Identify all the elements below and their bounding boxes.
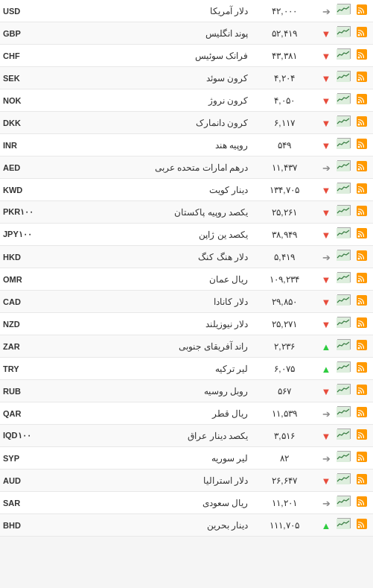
rss-icon[interactable] <box>354 139 370 152</box>
currency-name: دلار کانادا <box>44 297 251 307</box>
svg-rect-44 <box>337 317 350 328</box>
rss-icon[interactable] <box>354 519 370 532</box>
table-row[interactable]: ▼۳۸,۹۴۹یکصد ین ژاپنJPY۱۰۰ <box>0 224 373 246</box>
chart-icon[interactable] <box>334 317 354 331</box>
trend-arrow: ▼ <box>318 183 334 197</box>
chart-icon[interactable] <box>334 272 354 286</box>
table-row[interactable]: ▼۲۶,۶۴۷دلار استرالیاAUD <box>0 470 373 492</box>
currency-code: AUD <box>3 476 44 485</box>
table-row[interactable]: ▲۶,۰۷۵لیر ترکیهTRY <box>0 358 373 380</box>
table-row[interactable]: ➔۵,۴۱۹دلار هنگ کنگHKD <box>0 246 373 268</box>
arrow-down-icon: ▼ <box>322 95 331 107</box>
currency-code: PKR۱۰۰ <box>3 207 44 217</box>
svg-point-13 <box>358 101 360 103</box>
rss-icon[interactable] <box>354 407 370 420</box>
rss-icon[interactable] <box>354 72 370 85</box>
currency-value: ۶,۰۷۵ <box>251 364 318 374</box>
currency-name: فرانک سوئیس <box>44 51 251 61</box>
table-row[interactable]: ▼۴,۰۵۰کرون نروژNOK <box>0 89 373 112</box>
table-row[interactable]: ▼۶,۱۱۷کرون دانمارکDKK <box>0 112 373 134</box>
rss-icon[interactable] <box>354 250 370 264</box>
table-row[interactable]: ▼۲۹,۸۵۰دلار کاناداCAD <box>0 291 373 313</box>
chart-icon[interactable] <box>334 138 354 152</box>
chart-icon[interactable] <box>334 339 354 353</box>
arrow-up-icon: ▲ <box>322 341 331 353</box>
chart-icon[interactable] <box>334 473 354 487</box>
currency-value: ۵,۴۱۹ <box>251 252 318 262</box>
rss-icon[interactable] <box>354 183 370 197</box>
table-row[interactable]: ▲۲,۲۳۶راند آفریقای جنوبیZAR <box>0 335 373 358</box>
rss-icon[interactable] <box>354 474 370 487</box>
chart-icon[interactable] <box>334 26 354 40</box>
table-row[interactable]: ▼۵۲,۴۱۹پوند انگلیسGBP <box>0 22 373 45</box>
chart-icon[interactable] <box>334 429 354 443</box>
rss-icon[interactable] <box>354 273 370 286</box>
table-row[interactable]: ▼۳,۵۱۶یکصد دینار عراقIQD۱۰۰ <box>0 425 373 447</box>
table-row[interactable]: ▼۴۳,۳۸۱فرانک سوئیسCHF <box>0 45 373 67</box>
chart-icon[interactable] <box>334 294 354 309</box>
table-row[interactable]: ▼۵۶۷روبل روسیهRUB <box>0 380 373 402</box>
chart-icon[interactable] <box>334 361 354 376</box>
table-row[interactable]: ➔۴۲,۰۰۰دلار آمریکاUSD <box>0 0 373 22</box>
svg-point-4 <box>358 34 360 36</box>
chart-icon[interactable] <box>334 71 354 85</box>
rss-icon[interactable] <box>354 362 370 376</box>
rss-icon[interactable] <box>354 116 370 130</box>
rss-icon[interactable] <box>354 295 370 309</box>
chart-icon[interactable] <box>334 183 354 197</box>
table-row[interactable]: ▼۲۵,۲۷۱دلار نیوزیلندNZD <box>0 313 373 335</box>
rss-icon[interactable] <box>354 429 370 443</box>
currency-table: ➔۴۲,۰۰۰دلار آمریکاUSD▼۵۲,۴۱۹پوند انگلیسG… <box>0 0 373 537</box>
trend-arrow: ▼ <box>318 228 334 241</box>
chart-icon[interactable] <box>334 116 354 130</box>
chart-icon[interactable] <box>334 160 354 174</box>
rss-icon[interactable] <box>354 340 370 353</box>
table-row[interactable]: ▼۱۳۴,۷۰۵دینار کویتKWD <box>0 179 373 201</box>
svg-rect-26 <box>337 183 350 194</box>
svg-rect-65 <box>337 474 350 484</box>
rss-icon[interactable] <box>354 228 370 241</box>
trend-arrow: ▲ <box>318 362 334 376</box>
chart-icon[interactable] <box>334 93 354 107</box>
rss-icon[interactable] <box>354 27 370 40</box>
chart-icon[interactable] <box>334 496 354 510</box>
chart-icon[interactable] <box>334 406 354 420</box>
currency-name: دلار آمریکا <box>44 6 251 16</box>
table-row[interactable]: ▲۱۱۱,۷۰۵دینار بحرینBHD <box>0 514 373 537</box>
table-row[interactable]: ▼۴,۲۰۴کرون سوئدSEK <box>0 67 373 89</box>
rss-icon[interactable] <box>354 4 370 18</box>
rss-icon[interactable] <box>354 94 370 107</box>
currency-name: راند آفریقای جنوبی <box>44 341 251 352</box>
rss-icon[interactable] <box>354 452 370 465</box>
table-row[interactable]: ▼۲۵,۲۶۱یکصد روپیه پاکستانPKR۱۰۰ <box>0 201 373 224</box>
rss-icon[interactable] <box>354 161 370 174</box>
rss-icon[interactable] <box>354 496 370 510</box>
currency-code: QAR <box>3 409 44 418</box>
chart-icon[interactable] <box>334 250 354 264</box>
chart-icon[interactable] <box>334 518 354 532</box>
currency-name: روبل روسیه <box>44 386 251 396</box>
chart-icon[interactable] <box>334 48 354 63</box>
svg-point-58 <box>358 436 360 438</box>
table-row[interactable]: ➔۸۲لیر سوریهSYP <box>0 447 373 470</box>
svg-rect-32 <box>337 228 350 238</box>
svg-point-25 <box>358 190 360 192</box>
currency-value: ۲۵,۲۶۱ <box>251 207 318 218</box>
table-row[interactable]: ➔۱۱,۲۰۱ریال سعودیSAR <box>0 492 373 514</box>
chart-icon[interactable] <box>334 451 354 465</box>
chart-icon[interactable] <box>334 227 354 241</box>
chart-icon[interactable] <box>334 4 354 18</box>
currency-name: یکصد دینار عراق <box>44 431 251 441</box>
table-row[interactable]: ▼۱۰۹,۲۳۴ریال عمانOMR <box>0 268 373 291</box>
rss-icon[interactable] <box>354 49 370 63</box>
table-row[interactable]: ➔۱۱,۴۳۷درهم امارات متحده عربیAED <box>0 157 373 179</box>
table-row[interactable]: ▼۵۴۹روپیه هندINR <box>0 134 373 157</box>
svg-rect-50 <box>337 362 350 373</box>
table-row[interactable]: ➔۱۱,۵۳۹ریال قطرQAR <box>0 402 373 425</box>
rss-icon[interactable] <box>354 385 370 398</box>
chart-icon[interactable] <box>334 205 354 219</box>
svg-point-31 <box>358 235 360 237</box>
chart-icon[interactable] <box>334 384 354 398</box>
rss-icon[interactable] <box>354 206 370 219</box>
rss-icon[interactable] <box>354 317 370 331</box>
